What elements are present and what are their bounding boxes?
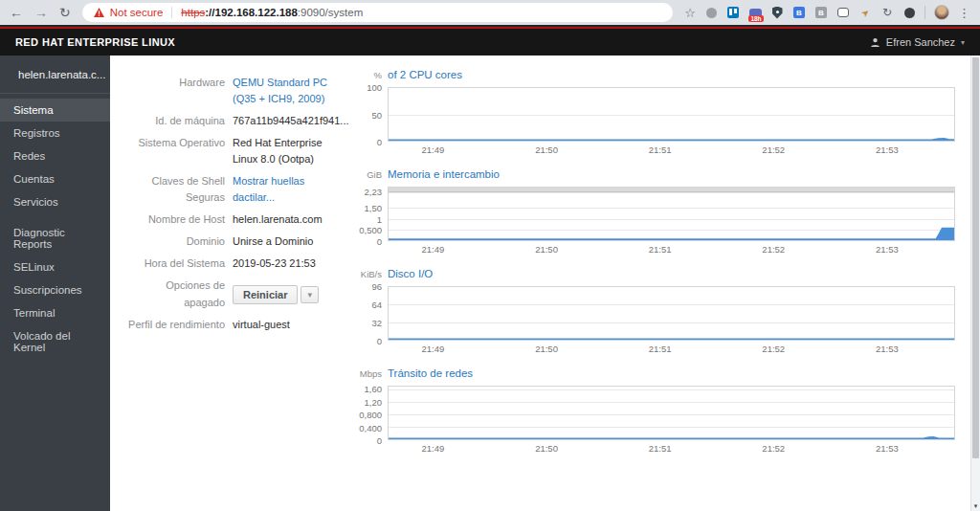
extension-shield-icon[interactable] (770, 6, 784, 19)
secure-shell-keys-value[interactable]: Mostrar huellas dactilar... (233, 173, 349, 206)
sidebar-host[interactable]: helen.larenata.c... (0, 56, 110, 93)
info-row-machine-id: Id. de máquina767a11b9445a421f941... (123, 113, 351, 129)
cpu-plot-area[interactable] (388, 87, 955, 142)
cpu-chart-title[interactable]: of 2 CPU cores (388, 69, 462, 80)
network-series-svg (389, 387, 954, 439)
x-tick-label: 21:52 (762, 443, 785, 454)
power-options-dropdown-toggle[interactable]: ▾ (301, 286, 319, 303)
disk-x-axis: 21:4921:5021:5121:5221:53 (388, 341, 955, 355)
y-tick-label: 0,400 (359, 422, 382, 433)
charts-column: %of 2 CPU cores10050021:4921:5021:5121:5… (351, 69, 955, 511)
not-secure-warning-icon[interactable] (94, 8, 104, 17)
y-tick-label: 0 (377, 236, 382, 247)
sidebar-item-diagnostic-reports[interactable]: Diagnostic Reports (0, 221, 110, 256)
disk-chart-title[interactable]: Disco I/O (388, 268, 433, 279)
network-chart-body: 1,601,200,8000,4000 (351, 386, 955, 440)
y-tick-label: 1,60 (365, 384, 383, 394)
browser-menu-icon[interactable]: ⋮ (958, 6, 970, 20)
y-tick-label: 1,50 (365, 203, 383, 213)
scrollbar-thumb[interactable] (972, 57, 979, 458)
network-chart-title[interactable]: Tránsito de redes (388, 367, 473, 379)
y-tick-label: 1 (377, 213, 382, 224)
performance-profile-label: Perfil de rendimiento (123, 317, 225, 333)
x-tick-label: 21:53 (876, 244, 899, 255)
extension-timer-icon[interactable]: 18h (748, 6, 762, 19)
memory-chart: GiBMemoria e intercambio2,231,5010,50002… (351, 168, 955, 256)
network-chart-header: MbpsTránsito de redes (351, 367, 955, 383)
extension-pointer-icon[interactable]: ➤ (856, 3, 875, 22)
sidebar-item-registros[interactable]: Registros (0, 122, 110, 144)
y-tick-label: 64 (371, 299, 382, 309)
extension-chat-bubble-icon[interactable] (836, 6, 850, 19)
browser-reload-icon[interactable]: ↻ (59, 6, 71, 19)
performance-profile-value[interactable]: virtual-guest (233, 317, 349, 333)
memory-x-axis: 21:4921:5021:5121:5221:53 (388, 241, 955, 256)
extension-gray-circle-icon[interactable] (704, 6, 718, 19)
network-x-axis: 21:4921:5021:5121:5221:53 (388, 440, 955, 455)
extension-b-blue-icon[interactable]: B (792, 6, 806, 19)
machine-id-label: Id. de máquina (123, 113, 225, 129)
dropdown-caret-icon: ▾ (307, 290, 312, 300)
x-tick-label: 21:53 (876, 344, 899, 354)
sidebar-item-selinux[interactable]: SELinux (0, 256, 110, 278)
hardware-label: Hardware (123, 75, 225, 107)
address-bar[interactable]: Not secure https://192.168.122.188:9090/… (82, 3, 674, 22)
disk-chart-header: KiB/sDisco I/O (351, 268, 955, 283)
bookmark-star-icon[interactable]: ☆ (684, 6, 696, 20)
domain-value[interactable]: Unirse a Dominio (233, 233, 349, 250)
sidebar-item-sistema[interactable]: Sistema (0, 99, 110, 122)
y-tick-label: 50 (371, 109, 382, 120)
x-tick-label: 21:51 (649, 244, 672, 255)
extension-trello-icon[interactable] (726, 6, 740, 19)
extension-sync-icon[interactable]: ↻ (880, 6, 894, 19)
browser-forward-icon[interactable]: → (34, 6, 48, 19)
user-menu[interactable]: Efren Sanchez ▾ (870, 36, 965, 48)
disk-chart-body: 9664320 (351, 286, 955, 341)
network-y-axis: 1,601,200,8000,4000 (351, 386, 388, 440)
network-plot-area[interactable] (388, 386, 955, 440)
extension-dark-circle-icon[interactable] (902, 6, 916, 19)
extension-b-gray-icon[interactable]: B (814, 6, 828, 19)
browser-actions: ☆ 18h B B ➤ ↻ ⋮ (684, 5, 970, 20)
x-tick-label: 21:50 (535, 244, 558, 255)
url-separator (171, 7, 172, 18)
browser-toolbar: ← → ↻ Not secure https://192.168.122.188… (0, 0, 980, 25)
sidebar-item-terminal[interactable]: Terminal (0, 301, 110, 324)
x-tick-label: 21:49 (422, 344, 445, 354)
system-info-panel: HardwareQEMU Standard PC (Q35 + ICH9, 20… (123, 69, 351, 511)
system-time-value[interactable]: 2019-05-23 21:53 (233, 256, 349, 272)
user-menu-caret-icon: ▾ (961, 38, 965, 47)
disk-plot-area[interactable] (388, 286, 955, 341)
system-page: HardwareQEMU Standard PC (Q35 + ICH9, 20… (110, 56, 980, 511)
memory-plot-area[interactable] (388, 187, 955, 241)
x-tick-label: 21:50 (535, 344, 558, 354)
memory-series-svg (389, 188, 954, 240)
hardware-value[interactable]: QEMU Standard PC (Q35 + ICH9, 2009) (233, 75, 349, 107)
sidebar-item-suscripciones[interactable]: Suscripciones (0, 278, 110, 301)
sidebar-item-redes[interactable]: Redes (0, 144, 110, 167)
hostname-label: Nombre de Host (123, 211, 225, 228)
disk-unit-label: KiB/s (351, 269, 388, 279)
x-tick-label: 21:52 (762, 244, 785, 255)
profile-avatar[interactable] (934, 5, 949, 20)
hostname-value: helen.larenata.com (233, 211, 349, 228)
y-tick-label: 0 (377, 336, 382, 346)
power-options-button[interactable]: Reiniciar (233, 285, 298, 304)
cpu-x-axis: 21:4921:5021:5121:5221:53 (388, 142, 955, 156)
x-tick-label: 21:50 (535, 443, 558, 454)
url-text: https://192.168.122.188:9090/system (181, 7, 363, 18)
memory-chart-body: 2,231,5010,5000 (351, 187, 955, 241)
sidebar-item-servicios[interactable]: Servicios (0, 190, 110, 213)
user-name: Efren Sanchez (886, 36, 955, 48)
disk-chart: KiB/sDisco I/O966432021:4921:5021:5121:5… (351, 268, 955, 355)
scrollbar-down-icon[interactable]: ▾ (971, 502, 980, 510)
sidebar-nav: SistemaRegistrosRedesCuentasServiciosDia… (0, 99, 110, 359)
sidebar-item-cuentas[interactable]: Cuentas (0, 167, 110, 190)
browser-back-icon[interactable]: ← (10, 6, 23, 19)
operating-system-value: Red Hat Enterprise Linux 8.0 (Ootpa) (233, 135, 349, 167)
content-scrollbar[interactable]: ▾ (970, 56, 980, 511)
memory-chart-title[interactable]: Memoria e intercambio (388, 168, 500, 180)
info-row-power-options: Opciones de apagadoReiniciar▾ (123, 278, 351, 310)
sidebar-item-volcado-del-kernel[interactable]: Volcado del Kernel (0, 324, 110, 359)
operating-system-label: Sistema Operativo (123, 135, 225, 167)
